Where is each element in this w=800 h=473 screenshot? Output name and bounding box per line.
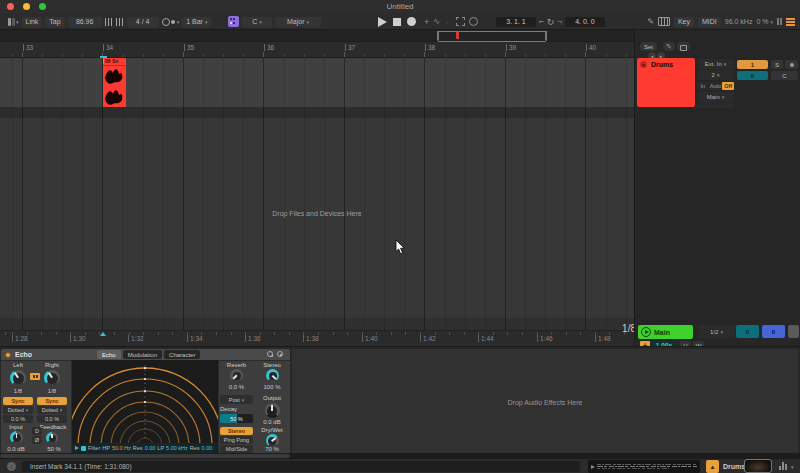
audio-effects-drop-area[interactable]: Drop Audio Effects Here xyxy=(292,349,798,453)
echo-visualization[interactable]: Filter HP 50.0 Hz Res 0.00 LP 5.00 kHz R… xyxy=(71,360,219,453)
track-fold-icon[interactable]: ▾ xyxy=(640,61,647,68)
filter-on-toggle[interactable] xyxy=(81,446,86,451)
right-time-knob[interactable] xyxy=(44,370,60,386)
track-name[interactable]: Drums xyxy=(651,61,673,68)
input-gain-value[interactable]: 0.0 dB xyxy=(1,446,31,452)
feedback-value[interactable]: 50 % xyxy=(39,446,69,452)
stereo-link-button[interactable] xyxy=(30,373,40,380)
tempo-field[interactable]: 86.96 xyxy=(68,17,102,27)
preview-play-icon[interactable] xyxy=(591,465,595,469)
hp-res-value[interactable]: 0.00 xyxy=(145,445,156,451)
time-ruler[interactable]: 1:28 1:30 1:32 1:34 1:36 1:38 1:40 1:42 … xyxy=(0,330,634,346)
stop-button[interactable] xyxy=(393,18,401,26)
nudge-down-icon[interactable] xyxy=(105,18,113,26)
device-activator-led[interactable] xyxy=(5,352,11,358)
loop-length-field[interactable]: 4. 0. 0 xyxy=(565,17,605,27)
follow-toggle[interactable]: ▾ xyxy=(8,18,19,26)
draw-automation-button[interactable]: ✎ xyxy=(663,42,675,51)
monitor-auto[interactable]: Auto xyxy=(710,82,722,90)
meter-menu-caret-icon[interactable]: ▾ xyxy=(791,464,794,470)
tab-character[interactable]: Character xyxy=(164,350,200,359)
main-lane-chooser[interactable]: 1/2 xyxy=(698,325,735,338)
automation-arm-toggle[interactable]: ∿ xyxy=(433,17,440,26)
link-button[interactable]: Link xyxy=(22,17,43,27)
lp-res-value[interactable]: 0.00 xyxy=(202,445,213,451)
reverb-value[interactable]: 0.0 % xyxy=(220,384,253,390)
set-marker-button[interactable]: Set xyxy=(640,42,657,51)
feedback-knob[interactable] xyxy=(46,432,58,444)
audio-clip[interactable]: 06 Sn xyxy=(103,58,126,108)
left-time-value[interactable]: 1/8 xyxy=(3,388,33,394)
sample-preview-strip[interactable] xyxy=(588,460,700,473)
drums-track-header[interactable]: ▾ Drums xyxy=(637,58,695,107)
reverb-position-menu[interactable]: Post xyxy=(220,395,253,404)
cue-level-field[interactable]: 0 xyxy=(736,325,759,338)
left-offset-field[interactable]: 0.0 % xyxy=(3,415,33,423)
right-time-value[interactable]: 1/8 xyxy=(37,388,67,394)
monitor-off[interactable]: Off xyxy=(722,82,734,90)
left-division-menu[interactable]: Dotted xyxy=(3,406,33,414)
phase-invert-button[interactable]: Ø xyxy=(32,436,42,444)
output-gain-knob[interactable] xyxy=(265,403,280,418)
right-offset-field[interactable]: 0.0 % xyxy=(37,415,67,423)
main-track-header[interactable]: Main xyxy=(638,325,693,339)
decay-slider[interactable]: 50 % xyxy=(220,414,253,423)
cpu-load-menu[interactable]: 0 % xyxy=(756,18,773,25)
main-volume-field[interactable]: 0 xyxy=(762,325,785,338)
stereo-width-value[interactable]: 100 % xyxy=(257,384,287,390)
drywet-value[interactable]: 70 % xyxy=(257,446,287,452)
track-meter-field[interactable]: 0 xyxy=(737,71,768,80)
filter-section[interactable]: Filter HP 50.0 Hz Res 0.00 LP 5.00 kHz R… xyxy=(72,443,218,453)
output-meter-icon[interactable] xyxy=(779,462,787,470)
main-track-lane[interactable] xyxy=(0,318,634,330)
right-sync-button[interactable]: Sync xyxy=(37,397,67,405)
overdub-toggle[interactable]: + xyxy=(424,17,429,27)
punch-out-toggle[interactable]: ¬ xyxy=(557,18,562,26)
mode-pingpong-button[interactable]: Ping Pong xyxy=(220,436,253,444)
quantization-menu[interactable]: 1 Bar xyxy=(182,17,211,27)
view-region-brace[interactable] xyxy=(437,31,547,42)
tab-echo[interactable]: Echo xyxy=(97,350,121,359)
save-preset-icon[interactable] xyxy=(277,351,283,357)
reverb-knob[interactable] xyxy=(230,369,243,382)
nudge-up-icon[interactable] xyxy=(116,18,124,26)
vertical-scrollbar[interactable] xyxy=(788,325,799,338)
loop-toggle[interactable]: ↻ xyxy=(547,18,555,26)
crossfade-assign-button[interactable]: C xyxy=(771,71,798,80)
scale-awareness-icon[interactable] xyxy=(228,16,239,27)
midi-map-button[interactable]: MIDI xyxy=(698,17,721,27)
input-gain-knob[interactable] xyxy=(10,431,23,444)
drift-button[interactable]: D xyxy=(32,427,42,435)
mode-midside-button[interactable]: Mid/Side xyxy=(220,445,253,453)
filter-expand-icon[interactable] xyxy=(75,446,79,450)
hp-freq-value[interactable]: 50.0 Hz xyxy=(112,445,131,451)
drums-track-lane[interactable]: 06 Sn xyxy=(0,57,634,107)
track-activator-button[interactable]: 1 xyxy=(737,60,768,69)
lp-freq-value[interactable]: 5.00 kHz xyxy=(166,445,188,451)
stereo-width-knob[interactable] xyxy=(266,369,279,382)
output-gain-value[interactable]: 0.0 dB xyxy=(257,419,287,425)
time-signature-field[interactable]: 4 / 4 xyxy=(127,17,159,27)
capture-midi-button[interactable] xyxy=(456,17,465,26)
arrangement-overview[interactable] xyxy=(0,30,634,42)
solo-button[interactable]: S xyxy=(771,60,783,69)
key-map-button[interactable]: Key xyxy=(674,17,694,27)
left-sync-button[interactable]: Sync xyxy=(3,397,33,405)
beat-time-ruler[interactable]: 33 34 35 36 37 38 39 40 xyxy=(0,42,634,57)
draw-mode-icon[interactable]: ✎ xyxy=(647,18,654,26)
key-root-menu[interactable]: C xyxy=(242,17,272,27)
key-scale-menu[interactable]: Major xyxy=(275,17,321,27)
computer-midi-keyboard-icon[interactable] xyxy=(658,17,670,26)
monitor-in[interactable]: In xyxy=(697,82,709,90)
record-button[interactable] xyxy=(407,17,416,26)
play-button[interactable] xyxy=(378,17,387,27)
output-channel-field[interactable] xyxy=(697,103,734,108)
mode-stereo-button[interactable]: Stereo xyxy=(220,427,253,435)
tap-tempo-button[interactable]: Tap xyxy=(45,17,64,27)
session-record-button[interactable] xyxy=(469,17,478,26)
tab-modulation[interactable]: Modulation xyxy=(123,350,162,359)
metronome-toggle[interactable] xyxy=(162,18,180,26)
input-type-chooser[interactable]: Ext. In xyxy=(697,59,734,69)
left-time-knob[interactable] xyxy=(10,370,26,386)
right-division-menu[interactable]: Dotted xyxy=(37,406,67,414)
